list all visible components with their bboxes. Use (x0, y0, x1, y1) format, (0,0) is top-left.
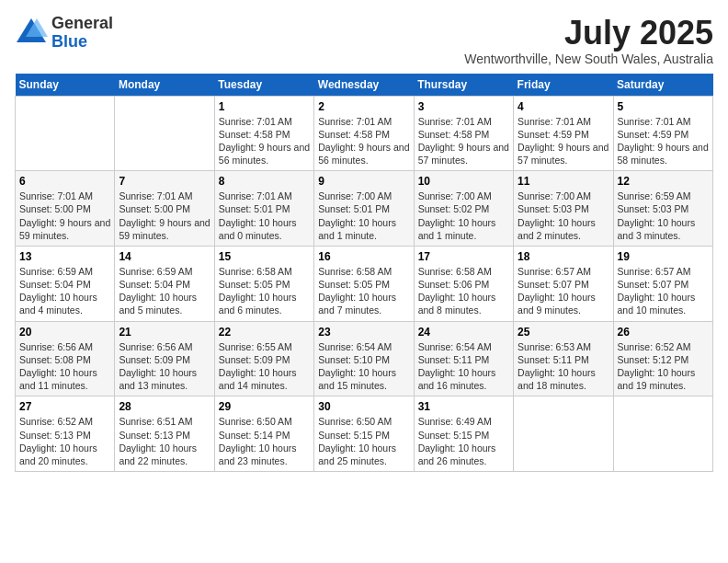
day-number: 8 (219, 175, 310, 188)
header-thursday: Thursday (414, 74, 513, 97)
header-friday: Friday (514, 74, 613, 97)
calendar-table: SundayMondayTuesdayWednesdayThursdayFrid… (15, 74, 713, 472)
day-info: Sunrise: 7:00 AM Sunset: 5:03 PM Dayligh… (518, 190, 609, 242)
day-info: Sunrise: 6:58 AM Sunset: 5:05 PM Dayligh… (318, 265, 409, 317)
week-row-2: 6Sunrise: 7:01 AM Sunset: 5:00 PM Daylig… (16, 171, 713, 247)
week-row-1: 1Sunrise: 7:01 AM Sunset: 4:58 PM Daylig… (16, 96, 713, 171)
calendar-cell (613, 396, 712, 472)
day-info: Sunrise: 7:01 AM Sunset: 4:58 PM Dayligh… (318, 115, 409, 167)
calendar-cell: 2Sunrise: 7:01 AM Sunset: 4:58 PM Daylig… (314, 96, 414, 171)
day-info: Sunrise: 6:58 AM Sunset: 5:06 PM Dayligh… (418, 265, 509, 317)
calendar-cell: 6Sunrise: 7:01 AM Sunset: 5:00 PM Daylig… (16, 171, 115, 247)
calendar-cell: 16Sunrise: 6:58 AM Sunset: 5:05 PM Dayli… (314, 246, 414, 321)
calendar-cell: 27Sunrise: 6:52 AM Sunset: 5:13 PM Dayli… (16, 396, 115, 472)
calendar-cell: 28Sunrise: 6:51 AM Sunset: 5:13 PM Dayli… (115, 396, 214, 472)
day-number: 20 (19, 326, 110, 339)
header-monday: Monday (115, 74, 214, 97)
day-info: Sunrise: 6:49 AM Sunset: 5:15 PM Dayligh… (418, 415, 509, 467)
day-info: Sunrise: 7:01 AM Sunset: 4:59 PM Dayligh… (518, 115, 609, 167)
header-sunday: Sunday (16, 74, 115, 97)
day-info: Sunrise: 6:59 AM Sunset: 5:03 PM Dayligh… (618, 190, 709, 242)
day-info: Sunrise: 6:55 AM Sunset: 5:09 PM Dayligh… (219, 340, 310, 393)
calendar-cell: 10Sunrise: 7:00 AM Sunset: 5:02 PM Dayli… (414, 171, 513, 247)
calendar-cell (514, 396, 613, 472)
day-info: Sunrise: 7:00 AM Sunset: 5:01 PM Dayligh… (318, 190, 409, 242)
calendar-cell: 4Sunrise: 7:01 AM Sunset: 4:59 PM Daylig… (514, 96, 613, 171)
calendar-cell: 8Sunrise: 7:01 AM Sunset: 5:01 PM Daylig… (214, 171, 313, 247)
day-info: Sunrise: 6:56 AM Sunset: 5:08 PM Dayligh… (19, 340, 110, 393)
day-info: Sunrise: 7:01 AM Sunset: 5:00 PM Dayligh… (19, 190, 110, 242)
day-number: 7 (119, 175, 210, 188)
day-number: 18 (518, 250, 609, 263)
day-number: 17 (418, 250, 509, 263)
calendar-cell: 3Sunrise: 7:01 AM Sunset: 4:58 PM Daylig… (414, 96, 513, 171)
day-info: Sunrise: 6:51 AM Sunset: 5:13 PM Dayligh… (119, 415, 210, 467)
calendar-cell: 31Sunrise: 6:49 AM Sunset: 5:15 PM Dayli… (414, 396, 513, 472)
day-number: 22 (219, 326, 310, 339)
day-number: 15 (219, 250, 310, 263)
day-info: Sunrise: 6:57 AM Sunset: 5:07 PM Dayligh… (518, 265, 609, 317)
calendar-header-row: SundayMondayTuesdayWednesdayThursdayFrid… (16, 74, 713, 97)
location-title: Wentworthville, New South Wales, Austral… (464, 52, 713, 66)
calendar-cell: 9Sunrise: 7:00 AM Sunset: 5:01 PM Daylig… (314, 171, 414, 247)
calendar-cell (115, 96, 214, 171)
day-number: 25 (518, 326, 609, 339)
calendar-cell: 25Sunrise: 6:53 AM Sunset: 5:11 PM Dayli… (514, 321, 613, 396)
calendar-cell: 29Sunrise: 6:50 AM Sunset: 5:14 PM Dayli… (214, 396, 313, 472)
day-number: 28 (119, 400, 210, 413)
day-info: Sunrise: 6:56 AM Sunset: 5:09 PM Dayligh… (119, 340, 210, 393)
day-info: Sunrise: 6:53 AM Sunset: 5:11 PM Dayligh… (518, 340, 609, 393)
day-number: 13 (19, 250, 110, 263)
logo-general-text: General (51, 14, 113, 32)
calendar-cell: 30Sunrise: 6:50 AM Sunset: 5:15 PM Dayli… (314, 396, 414, 472)
calendar-cell: 21Sunrise: 6:56 AM Sunset: 5:09 PM Dayli… (115, 321, 214, 396)
day-number: 12 (618, 175, 709, 188)
calendar-cell: 15Sunrise: 6:58 AM Sunset: 5:05 PM Dayli… (214, 246, 313, 321)
page-header: General Blue July 2025 Wentworthville, N… (15, 15, 713, 66)
day-number: 2 (318, 100, 409, 113)
day-info: Sunrise: 6:54 AM Sunset: 5:10 PM Dayligh… (318, 340, 409, 393)
week-row-3: 13Sunrise: 6:59 AM Sunset: 5:04 PM Dayli… (16, 246, 713, 321)
calendar-cell: 24Sunrise: 6:54 AM Sunset: 5:11 PM Dayli… (414, 321, 513, 396)
day-info: Sunrise: 6:59 AM Sunset: 5:04 PM Dayligh… (19, 265, 110, 317)
day-number: 16 (318, 250, 409, 263)
logo: General Blue (15, 15, 113, 52)
day-number: 31 (418, 400, 509, 413)
header-saturday: Saturday (613, 74, 712, 97)
title-block: July 2025 Wentworthville, New South Wale… (464, 15, 713, 66)
calendar-cell: 17Sunrise: 6:58 AM Sunset: 5:06 PM Dayli… (414, 246, 513, 321)
day-number: 23 (318, 326, 409, 339)
day-number: 11 (518, 175, 609, 188)
day-number: 27 (19, 400, 110, 413)
calendar-cell: 7Sunrise: 7:01 AM Sunset: 5:00 PM Daylig… (115, 171, 214, 247)
calendar-cell: 26Sunrise: 6:52 AM Sunset: 5:12 PM Dayli… (613, 321, 712, 396)
day-info: Sunrise: 7:01 AM Sunset: 4:58 PM Dayligh… (418, 115, 509, 167)
calendar-cell: 1Sunrise: 7:01 AM Sunset: 4:58 PM Daylig… (214, 96, 313, 171)
logo-blue-text: Blue (51, 32, 87, 51)
calendar-cell: 14Sunrise: 6:59 AM Sunset: 5:04 PM Dayli… (115, 246, 214, 321)
calendar-cell: 5Sunrise: 7:01 AM Sunset: 4:59 PM Daylig… (613, 96, 712, 171)
day-info: Sunrise: 7:01 AM Sunset: 5:00 PM Dayligh… (119, 190, 210, 242)
month-title: July 2025 (464, 15, 713, 52)
calendar-cell: 12Sunrise: 6:59 AM Sunset: 5:03 PM Dayli… (613, 171, 712, 247)
calendar-cell: 22Sunrise: 6:55 AM Sunset: 5:09 PM Dayli… (214, 321, 313, 396)
day-number: 9 (318, 175, 409, 188)
calendar-cell: 23Sunrise: 6:54 AM Sunset: 5:10 PM Dayli… (314, 321, 414, 396)
day-info: Sunrise: 6:58 AM Sunset: 5:05 PM Dayligh… (219, 265, 310, 317)
day-info: Sunrise: 7:01 AM Sunset: 5:01 PM Dayligh… (219, 190, 310, 242)
day-number: 10 (418, 175, 509, 188)
day-number: 5 (618, 100, 709, 113)
day-number: 14 (119, 250, 210, 263)
day-number: 24 (418, 326, 509, 339)
day-number: 19 (618, 250, 709, 263)
day-info: Sunrise: 6:52 AM Sunset: 5:12 PM Dayligh… (618, 340, 709, 393)
week-row-4: 20Sunrise: 6:56 AM Sunset: 5:08 PM Dayli… (16, 321, 713, 396)
header-wednesday: Wednesday (314, 74, 414, 97)
day-info: Sunrise: 6:52 AM Sunset: 5:13 PM Dayligh… (19, 415, 110, 467)
calendar-cell: 11Sunrise: 7:00 AM Sunset: 5:03 PM Dayli… (514, 171, 613, 247)
calendar-cell: 18Sunrise: 6:57 AM Sunset: 5:07 PM Dayli… (514, 246, 613, 321)
day-number: 4 (518, 100, 609, 113)
day-info: Sunrise: 6:50 AM Sunset: 5:14 PM Dayligh… (219, 415, 310, 467)
day-info: Sunrise: 6:57 AM Sunset: 5:07 PM Dayligh… (618, 265, 709, 317)
day-info: Sunrise: 6:59 AM Sunset: 5:04 PM Dayligh… (119, 265, 210, 317)
